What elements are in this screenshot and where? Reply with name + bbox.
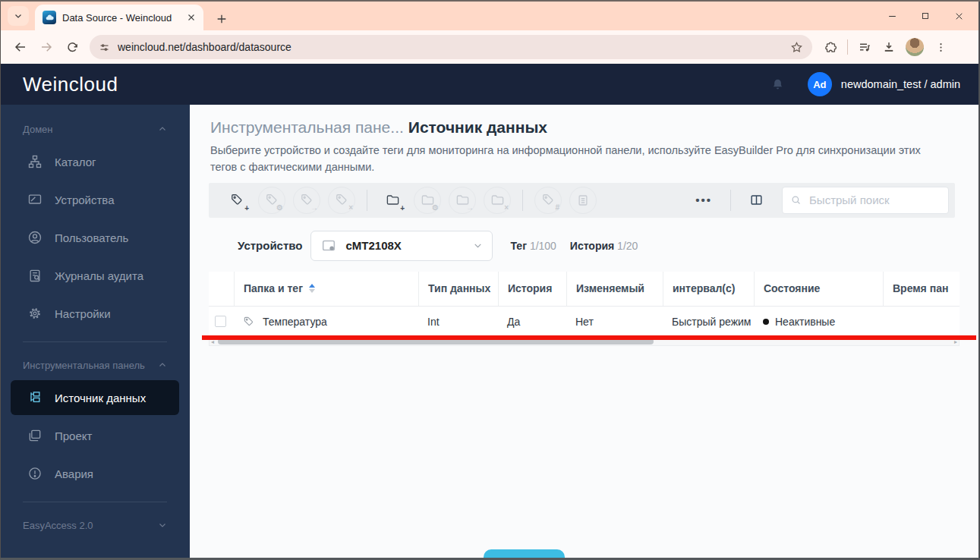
more-icon[interactable]: •••	[685, 193, 723, 206]
search-input[interactable]	[808, 193, 941, 207]
extensions-icon[interactable]	[818, 35, 843, 59]
window-border-left	[0, 2, 1, 560]
cell-editable: Нет	[566, 316, 663, 328]
user-avatar[interactable]: Ad	[808, 72, 832, 96]
device-name: cMT2108X	[346, 239, 464, 252]
datasource-tree-icon	[27, 390, 43, 405]
reload-icon[interactable]	[59, 34, 85, 60]
sidebar-item-catalog[interactable]: Каталог	[0, 143, 190, 181]
sidebar-section-dashboard[interactable]: Инструментальная панель	[0, 351, 190, 379]
device-label: Устройство	[238, 239, 303, 252]
sidebar: Домен Каталог Устройства Пользователь	[0, 105, 190, 558]
tab-search-chevron-icon[interactable]	[8, 6, 29, 26]
browser-tabstrip: Data Source - Weincloud	[0, 2, 980, 30]
cell-data-type: Int	[418, 316, 498, 328]
page-description: Выберите устройство и создайте теги для …	[210, 143, 941, 176]
weincloud-favicon-cloud-icon	[43, 11, 56, 24]
tag-value-icon[interactable]: #	[534, 187, 562, 214]
devices-icon	[27, 192, 43, 207]
move-tag-icon[interactable]: →	[293, 187, 320, 214]
header-data-type: Тип данных	[418, 272, 498, 306]
gear-icon	[27, 306, 43, 321]
header-panel-time: Время пан	[883, 272, 960, 306]
audit-logs-icon	[27, 268, 43, 283]
chevron-down-icon	[158, 521, 167, 530]
browser-window: Data Source - Weincloud	[0, 0, 980, 560]
delete-tag-icon[interactable]: ×	[328, 187, 355, 214]
bookmark-star-icon[interactable]	[790, 41, 803, 54]
sidebar-divider	[23, 341, 167, 342]
move-folder-icon[interactable]: →	[449, 187, 476, 214]
header-checkbox-cell	[209, 272, 234, 306]
add-tag-icon[interactable]: +	[223, 187, 251, 214]
chevron-up-icon	[158, 360, 167, 370]
tag-icon	[243, 316, 255, 328]
import-document-icon[interactable]	[569, 187, 597, 214]
sidebar-item-alarm[interactable]: Авария	[0, 455, 190, 492]
sidebar-section-easyaccess[interactable]: EasyAccess 2.0	[0, 511, 190, 539]
sidebar-section-domain[interactable]: Домен	[0, 115, 190, 143]
header-history: История	[498, 272, 566, 306]
tag-history-counts: Тег 1/100 История 1/20	[511, 240, 638, 252]
cell-state: Неактивные	[775, 316, 835, 328]
quick-search-box[interactable]	[782, 187, 949, 214]
alarm-icon	[27, 466, 43, 481]
forward-icon[interactable]	[33, 34, 59, 60]
window-controls	[875, 2, 975, 30]
header-folder-tag[interactable]: Папка и тег	[234, 272, 418, 306]
header-state: Состояние	[754, 272, 883, 306]
header-editable: Изменяемый	[566, 272, 663, 306]
row-checkbox[interactable]	[215, 316, 226, 327]
new-tab-icon[interactable]	[216, 13, 228, 25]
edit-folder-icon[interactable]: ⚙	[414, 187, 441, 214]
toolbar-divider	[522, 190, 523, 211]
project-icon	[27, 428, 43, 443]
username[interactable]: newdomain_test / admin	[841, 78, 960, 90]
main-content: Инструментальная пане...Источник данных …	[190, 105, 980, 558]
sidebar-item-project[interactable]: Проект	[0, 417, 190, 455]
sidebar-item-audit-logs[interactable]: Журналы аудита	[0, 256, 190, 294]
chevron-up-icon	[158, 124, 167, 134]
table-toolbar: + ⚙ → × +	[209, 183, 955, 218]
header-interval: интервал(с)	[663, 272, 754, 306]
sitemap-icon	[27, 154, 43, 169]
maximize-button[interactable]	[909, 2, 942, 30]
sidebar-item-devices[interactable]: Устройства	[0, 181, 190, 219]
breadcrumb: Инструментальная пане...	[210, 118, 404, 136]
notifications-bell-icon[interactable]	[770, 77, 785, 92]
url-text[interactable]: weincloud.net/dashboard/datasource	[118, 41, 783, 53]
toolbar-divider	[367, 190, 367, 211]
browser-profile-avatar[interactable]	[906, 38, 924, 56]
back-icon[interactable]	[8, 34, 33, 60]
address-bar[interactable]: weincloud.net/dashboard/datasource	[90, 35, 812, 59]
cell-history: Да	[498, 316, 566, 328]
site-settings-tune-icon[interactable]	[99, 42, 110, 53]
device-bar: Устройство cMT2108X Тег 1/100 История 1/…	[209, 230, 980, 262]
delete-folder-icon[interactable]: ×	[484, 187, 511, 214]
add-folder-icon[interactable]: +	[379, 187, 406, 214]
browser-tab[interactable]: Data Source - Weincloud	[35, 5, 203, 30]
table-row[interactable]: Температура Int Да Нет Быстрый режим Неа…	[209, 307, 960, 337]
tab-close-icon[interactable]	[187, 13, 196, 22]
sidebar-item-settings[interactable]: Настройки	[0, 294, 190, 332]
toolbar-separator	[847, 39, 848, 55]
device-select[interactable]: cMT2108X	[310, 231, 493, 261]
sort-icon[interactable]	[309, 284, 315, 293]
minimize-button[interactable]	[875, 2, 909, 30]
hmi-device-icon	[320, 238, 337, 254]
media-controls-icon[interactable]	[852, 35, 877, 59]
browser-toolbar: weincloud.net/dashboard/datasource	[0, 30, 980, 64]
edit-tag-icon[interactable]: ⚙	[258, 187, 285, 214]
sidebar-item-user[interactable]: Пользователь	[0, 219, 190, 256]
browser-menu-kebab-icon[interactable]	[928, 35, 953, 59]
columns-settings-icon[interactable]	[749, 193, 764, 207]
red-annotation-line	[202, 335, 976, 340]
sidebar-divider	[23, 502, 167, 502]
search-icon	[790, 194, 802, 206]
download-icon[interactable]	[877, 35, 901, 59]
close-window-button[interactable]	[942, 2, 975, 30]
sidebar-item-datasource[interactable]: Источник данных	[11, 380, 179, 415]
tab-title: Data Source - Weincloud	[62, 12, 181, 24]
app-header: Weincloud Ad newdomain_test / admin	[0, 64, 980, 105]
page-title: Источник данных	[408, 118, 547, 136]
